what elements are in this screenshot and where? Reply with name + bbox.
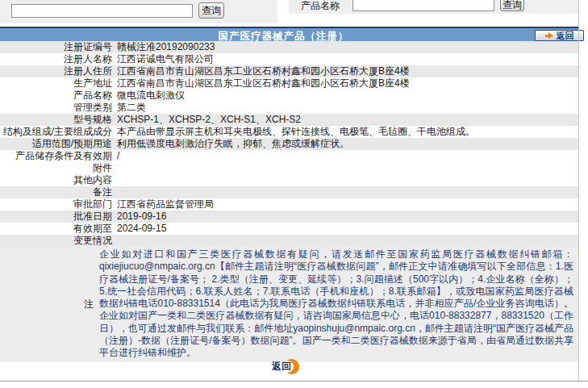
right-border-line [578,0,579,381]
row-label: 变更情况 [0,235,112,247]
table-row: 生产地址 江西省南昌市青山湖区昌东工业区石桥村鑫和园小区石桥大厦B座4楼 [0,77,578,90]
row-label: 批准日期 [0,211,112,223]
row-value [112,186,578,198]
table-row: 备注 [0,186,578,198]
row-label: 其他内容 [0,174,112,186]
row-value: 本产品由带显示屏主机和耳夹电极线、探针连接线、电极笔、毛毡圈、干电池组成。 [112,126,578,138]
row-value: 江西省药品监督管理局 [112,198,578,211]
row-label: 型号规格 [0,114,112,126]
quick-search-query-button[interactable]: 查询 [198,2,224,19]
row-value: 微电流电刺激仪 [112,90,578,102]
quick-search-panel: 查询 [0,0,277,23]
product-name-input[interactable] [352,0,494,11]
detail-section: 注册证编号 赣械注准20192090233 注册人名称 江西诺诚电气有限公司 注… [0,41,578,362]
row-value: 江西诺诚电气有限公司 [112,53,578,65]
row-value [112,162,578,174]
table-row: 批准日期 2019-09-16 [0,211,578,223]
table-row: 适用范围/预期用途 利用低强度电刺激治疗失眠，抑郁、焦虑或缓解症状。 [0,138,578,150]
table-row: 注册证编号 赣械注准20192090233 [0,41,578,53]
row-label: 生产地址 [0,77,112,90]
row-value [112,174,578,186]
note-text: 企业如对进口和国产三类医疗器械数据有疑问，请发送邮件至国家药监局医疗器械数据纠错… [99,247,573,362]
back-button-top[interactable]: 返回 [535,30,584,41]
row-value: 利用低强度电刺激治疗失眠，抑郁、焦虑或缓解症状。 [112,138,578,150]
table-row: 产品名称 微电流电刺激仪 [0,90,578,102]
row-value: 江西省南昌市青山湖区昌东工业区石桥村鑫和园小区石桥大厦B座4楼 [112,65,578,77]
product-search-panel: 产品名称 查询 [289,0,578,14]
right-arrow-icon [545,32,553,39]
table-row: 有效期至 2024-09-15 [0,223,578,235]
quick-search-input[interactable] [11,4,193,18]
row-value: 赣械注准20192090233 [112,41,578,53]
table-row: 产品储存条件及有效期 / [0,150,578,162]
table-row: 注册人名称 江西诺诚电气有限公司 [0,53,578,65]
page: 查询 产品名称 查询 国产医疗器械产品（注册） 返回 注册证编号 赣械注准201… [0,0,588,388]
row-label: 注册证编号 [0,41,112,53]
table-row: 注册人住所 江西省南昌市青山湖区昌东工业区石桥村鑫和园小区石桥大厦B座4楼 [0,65,578,77]
back-button-top-label: 返回 [557,31,574,40]
row-value: XCHSP-1、XCHSP-2、XCH-S1、XCH-S2 [112,114,578,126]
row-label: 结构及组成/主要组成成分 [0,126,112,138]
row-value: 2019-09-16 [112,211,578,223]
row-label: 注 [0,298,94,311]
table-row: 型号规格 XCHSP-1、XCHSP-2、XCH-S1、XCH-S2 [0,114,578,126]
table-row: 变更情况 [0,235,578,247]
row-value: 第二类 [112,102,578,114]
row-label: 注册人名称 [0,53,112,65]
row-label: 有效期至 [0,223,112,235]
back-button-bottom[interactable]: 返回 [272,358,299,375]
detail-table: 注册证编号 赣械注准20192090233 注册人名称 江西诺诚电气有限公司 注… [0,41,578,247]
bottom-divider [0,381,588,382]
table-row: 审批部门 江西省药品监督管理局 [0,198,578,211]
product-search-query-button[interactable]: 查询 [500,0,524,11]
table-row-note: 注 企业如对进口和国产三类医疗器械数据有疑问，请发送邮件至国家药监局医疗器械数据… [0,247,578,362]
table-row: 附件 [0,162,578,174]
row-value: 2024-09-15 [112,223,578,235]
table-row: 结构及组成/主要组成成分 本产品由带显示屏主机和耳夹电极线、探针连接线、电极笔、… [0,126,578,138]
row-label: 产品储存条件及有效期 [0,150,112,162]
row-label: 产品名称 [0,90,112,102]
row-label: 附件 [0,162,112,174]
row-label: 管理类别 [0,102,112,114]
row-label: 备注 [0,186,112,198]
row-label: 审批部门 [0,198,112,211]
row-value [112,235,578,247]
row-label: 注册人住所 [0,65,112,77]
header-bar: 国产医疗器械产品（注册） 返回 [0,27,578,41]
row-value: / [112,150,578,162]
table-row: 其他内容 [0,174,578,186]
back-button-bottom-label: 返回 [272,360,291,373]
product-name-label: 产品名称 [301,0,340,13]
row-label: 适用范围/预期用途 [0,138,112,150]
table-row: 管理类别 第二类 [0,102,578,114]
row-value: 江西省南昌市青山湖区昌东工业区石桥村鑫和园小区石桥大厦B座4楼 [112,77,578,90]
